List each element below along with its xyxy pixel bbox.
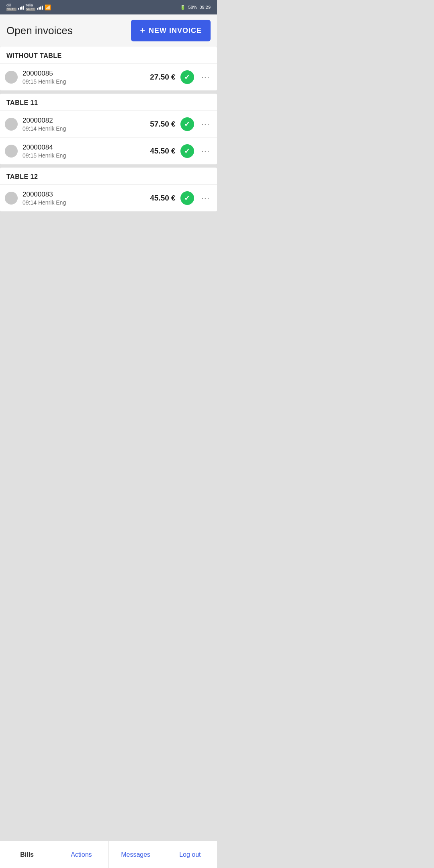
invoice-info: 20000082 09:14 Henrik Eng [23, 117, 145, 132]
signal-bar-2 [20, 7, 21, 10]
invoice-info: 20000084 09:15 Henrik Eng [23, 143, 145, 159]
carrier2-badge: VoLTE [26, 8, 36, 11]
carrier1-signal [18, 5, 24, 10]
status-bar: diil VoLTE Telia VoLTE 📶 🔋 58% 09:29 [0, 0, 217, 14]
paid-status-icon [180, 70, 194, 84]
invoice-amount: 57.50 € [150, 120, 175, 129]
battery-icon: 🔋 [180, 5, 186, 10]
section-without-table: WITHOUT TABLE 20000085 09:15 Henrik Eng … [0, 47, 217, 90]
invoice-meta: 09:14 Henrik Eng [23, 199, 145, 206]
signal-bar-7 [40, 6, 41, 10]
invoice-meta: 09:15 Henrik Eng [23, 78, 145, 85]
invoice-row[interactable]: 20000084 09:15 Henrik Eng 45.50 € ··· [0, 138, 217, 164]
section-table-11: TABLE 11 20000082 09:14 Henrik Eng 57.50… [0, 94, 217, 164]
status-right: 🔋 58% 09:29 [180, 5, 211, 10]
invoice-number: 20000085 [23, 70, 145, 78]
invoice-number: 20000083 [23, 190, 145, 199]
battery-percent: 58% [188, 5, 197, 10]
invoice-info: 20000085 09:15 Henrik Eng [23, 70, 145, 85]
invoice-meta: 09:15 Henrik Eng [23, 152, 145, 159]
invoice-info: 20000083 09:14 Henrik Eng [23, 190, 145, 206]
clock: 09:29 [199, 5, 211, 10]
avatar [5, 145, 18, 158]
status-left: diil VoLTE Telia VoLTE 📶 [6, 3, 51, 11]
invoice-number: 20000082 [23, 117, 145, 125]
signal-bar-4 [23, 6, 24, 10]
signal-bar-3 [21, 6, 23, 10]
carrier2-block: Telia VoLTE [26, 3, 36, 11]
signal-bar-8 [42, 6, 43, 10]
avatar [5, 118, 18, 131]
invoice-row[interactable]: 20000083 09:14 Henrik Eng 45.50 € ··· [0, 185, 217, 211]
invoice-amount: 45.50 € [150, 194, 175, 203]
paid-status-icon [180, 144, 194, 158]
carrier2-name: Telia [26, 3, 36, 8]
more-options-button[interactable]: ··· [199, 117, 212, 131]
header: Open invoices + NEW INVOICE [0, 14, 217, 47]
signal-bar-6 [39, 7, 40, 10]
section-header-table-11: TABLE 11 [0, 94, 217, 111]
carrier1-badge: VoLTE [6, 8, 16, 11]
avatar [5, 192, 18, 205]
invoice-meta: 09:14 Henrik Eng [23, 125, 145, 132]
carrier2-signal [37, 5, 43, 10]
paid-status-icon [180, 117, 194, 131]
more-options-button[interactable]: ··· [199, 191, 212, 205]
invoice-row[interactable]: 20000085 09:15 Henrik Eng 27.50 € ··· [0, 64, 217, 90]
new-invoice-button[interactable]: + NEW INVOICE [131, 20, 211, 41]
section-header-table-12: TABLE 12 [0, 168, 217, 185]
invoice-number: 20000084 [23, 143, 145, 151]
wifi-icon: 📶 [45, 4, 51, 10]
paid-status-icon [180, 191, 194, 205]
content-area: WITHOUT TABLE 20000085 09:15 Henrik Eng … [0, 47, 217, 211]
carrier1-block: diil VoLTE [6, 3, 16, 11]
plus-icon: + [140, 25, 145, 36]
new-invoice-label: NEW INVOICE [149, 27, 202, 35]
invoice-row[interactable]: 20000082 09:14 Henrik Eng 57.50 € ··· [0, 111, 217, 138]
section-table-12: TABLE 12 20000083 09:14 Henrik Eng 45.50… [0, 168, 217, 211]
more-options-button[interactable]: ··· [199, 70, 212, 84]
section-header-without-table: WITHOUT TABLE [0, 47, 217, 64]
carrier1-name: diil [6, 3, 16, 8]
signal-bar-5 [37, 8, 38, 10]
invoice-amount: 27.50 € [150, 73, 175, 82]
more-options-button[interactable]: ··· [199, 144, 212, 158]
page-title: Open invoices [6, 25, 73, 37]
avatar [5, 71, 18, 84]
signal-bar-1 [18, 8, 19, 10]
invoice-amount: 45.50 € [150, 147, 175, 156]
